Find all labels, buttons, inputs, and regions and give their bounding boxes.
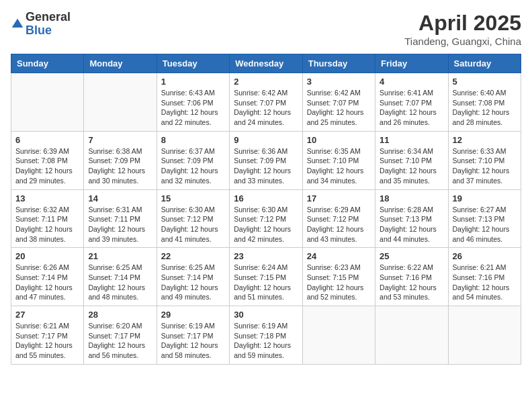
- day-number: 30: [234, 310, 298, 320]
- day-number: 27: [15, 310, 79, 320]
- calendar-week-row: 1Sunrise: 6:43 AM Sunset: 7:06 PM Daylig…: [11, 73, 521, 132]
- day-info: Sunrise: 6:29 AM Sunset: 7:12 PM Dayligh…: [307, 205, 371, 244]
- calendar-cell: 24Sunrise: 6:23 AM Sunset: 7:15 PM Dayli…: [302, 248, 375, 306]
- calendar-cell: 23Sunrise: 6:24 AM Sunset: 7:15 PM Dayli…: [230, 248, 302, 306]
- day-info: Sunrise: 6:19 AM Sunset: 7:17 PM Dayligh…: [161, 321, 225, 361]
- day-info: Sunrise: 6:39 AM Sunset: 7:08 PM Dayligh…: [15, 146, 79, 186]
- day-info: Sunrise: 6:34 AM Sunset: 7:10 PM Dayligh…: [380, 146, 443, 186]
- day-info: Sunrise: 6:31 AM Sunset: 7:11 PM Dayligh…: [88, 205, 152, 244]
- day-info: Sunrise: 6:38 AM Sunset: 7:09 PM Dayligh…: [88, 146, 152, 186]
- weekday-header: Tuesday: [157, 54, 229, 73]
- day-number: 23: [234, 251, 298, 261]
- calendar-cell: 3Sunrise: 6:42 AM Sunset: 7:07 PM Daylig…: [302, 73, 375, 132]
- day-info: Sunrise: 6:35 AM Sunset: 7:10 PM Dayligh…: [307, 146, 371, 186]
- calendar-cell: 21Sunrise: 6:25 AM Sunset: 7:14 PM Dayli…: [84, 248, 157, 306]
- day-info: Sunrise: 6:43 AM Sunset: 7:06 PM Dayligh…: [161, 88, 225, 128]
- day-info: Sunrise: 6:25 AM Sunset: 7:14 PM Dayligh…: [88, 263, 152, 302]
- day-info: Sunrise: 6:41 AM Sunset: 7:07 PM Dayligh…: [380, 88, 443, 128]
- calendar-cell: 26Sunrise: 6:21 AM Sunset: 7:16 PM Dayli…: [448, 248, 521, 306]
- calendar-cell: 16Sunrise: 6:30 AM Sunset: 7:12 PM Dayli…: [230, 189, 302, 248]
- logo-general: General: [26, 11, 71, 24]
- day-info: Sunrise: 6:27 AM Sunset: 7:13 PM Dayligh…: [453, 205, 517, 244]
- calendar-cell: 14Sunrise: 6:31 AM Sunset: 7:11 PM Dayli…: [84, 189, 157, 248]
- calendar-cell: 15Sunrise: 6:30 AM Sunset: 7:12 PM Dayli…: [157, 189, 229, 248]
- calendar-week-row: 20Sunrise: 6:26 AM Sunset: 7:14 PM Dayli…: [11, 248, 521, 306]
- calendar-cell: 2Sunrise: 6:42 AM Sunset: 7:07 PM Daylig…: [230, 73, 302, 132]
- day-number: 28: [88, 310, 152, 320]
- day-number: 20: [15, 251, 79, 261]
- logo-text: General Blue: [26, 11, 71, 38]
- calendar-cell: 17Sunrise: 6:29 AM Sunset: 7:12 PM Dayli…: [302, 189, 375, 248]
- day-number: 11: [380, 135, 443, 145]
- weekday-header: Saturday: [448, 54, 521, 73]
- calendar-cell: 19Sunrise: 6:27 AM Sunset: 7:13 PM Dayli…: [448, 189, 521, 248]
- page-header: General Blue April 2025 Tiandeng, Guangx…: [11, 11, 521, 47]
- day-info: Sunrise: 6:37 AM Sunset: 7:09 PM Dayligh…: [161, 146, 225, 186]
- day-number: 3: [307, 77, 371, 87]
- day-info: Sunrise: 6:42 AM Sunset: 7:07 PM Dayligh…: [234, 88, 298, 128]
- calendar-table: SundayMondayTuesdayWednesdayThursdayFrid…: [11, 54, 521, 365]
- calendar-cell: 4Sunrise: 6:41 AM Sunset: 7:07 PM Daylig…: [375, 73, 448, 132]
- calendar-week-row: 6Sunrise: 6:39 AM Sunset: 7:08 PM Daylig…: [11, 131, 521, 189]
- day-info: Sunrise: 6:32 AM Sunset: 7:11 PM Dayligh…: [15, 205, 79, 244]
- day-info: Sunrise: 6:30 AM Sunset: 7:12 PM Dayligh…: [161, 205, 225, 244]
- day-number: 2: [234, 77, 298, 87]
- day-info: Sunrise: 6:21 AM Sunset: 7:17 PM Dayligh…: [15, 321, 79, 361]
- day-number: 26: [453, 251, 517, 261]
- weekday-header: Monday: [84, 54, 157, 73]
- day-number: 29: [161, 310, 225, 320]
- calendar-cell: 9Sunrise: 6:36 AM Sunset: 7:09 PM Daylig…: [230, 131, 302, 189]
- day-number: 6: [15, 135, 79, 145]
- day-number: 24: [307, 251, 371, 261]
- day-number: 10: [307, 135, 371, 145]
- logo-icon: [11, 17, 24, 31]
- calendar-cell: 6Sunrise: 6:39 AM Sunset: 7:08 PM Daylig…: [11, 131, 84, 189]
- day-number: 15: [161, 193, 225, 203]
- day-info: Sunrise: 6:30 AM Sunset: 7:12 PM Dayligh…: [234, 205, 298, 244]
- day-number: 16: [234, 193, 298, 203]
- calendar-cell: 18Sunrise: 6:28 AM Sunset: 7:13 PM Dayli…: [375, 189, 448, 248]
- day-number: 22: [161, 251, 225, 261]
- day-info: Sunrise: 6:25 AM Sunset: 7:14 PM Dayligh…: [161, 263, 225, 302]
- day-number: 19: [453, 193, 517, 203]
- calendar-cell: 7Sunrise: 6:38 AM Sunset: 7:09 PM Daylig…: [84, 131, 157, 189]
- day-number: 14: [88, 193, 152, 203]
- day-info: Sunrise: 6:26 AM Sunset: 7:14 PM Dayligh…: [15, 263, 79, 302]
- day-number: 8: [161, 135, 225, 145]
- weekday-header: Friday: [375, 54, 448, 73]
- calendar-cell: 1Sunrise: 6:43 AM Sunset: 7:06 PM Daylig…: [157, 73, 229, 132]
- weekday-header: Wednesday: [230, 54, 302, 73]
- day-info: Sunrise: 6:23 AM Sunset: 7:15 PM Dayligh…: [307, 263, 371, 302]
- calendar-cell: 8Sunrise: 6:37 AM Sunset: 7:09 PM Daylig…: [157, 131, 229, 189]
- day-number: 12: [453, 135, 517, 145]
- day-number: 9: [234, 135, 298, 145]
- calendar-week-row: 27Sunrise: 6:21 AM Sunset: 7:17 PM Dayli…: [11, 306, 521, 365]
- calendar-cell: 13Sunrise: 6:32 AM Sunset: 7:11 PM Dayli…: [11, 189, 84, 248]
- calendar-cell: 20Sunrise: 6:26 AM Sunset: 7:14 PM Dayli…: [11, 248, 84, 306]
- day-number: 21: [88, 251, 152, 261]
- weekday-header: Sunday: [11, 54, 84, 73]
- weekday-header: Thursday: [302, 54, 375, 73]
- logo: General Blue: [11, 11, 71, 38]
- day-info: Sunrise: 6:20 AM Sunset: 7:17 PM Dayligh…: [88, 321, 152, 361]
- calendar-cell: 12Sunrise: 6:33 AM Sunset: 7:10 PM Dayli…: [448, 131, 521, 189]
- calendar-cell: 11Sunrise: 6:34 AM Sunset: 7:10 PM Dayli…: [375, 131, 448, 189]
- day-number: 5: [453, 77, 517, 87]
- calendar-cell: [84, 73, 157, 132]
- day-number: 4: [380, 77, 443, 87]
- day-info: Sunrise: 6:21 AM Sunset: 7:16 PM Dayligh…: [453, 263, 517, 302]
- day-info: Sunrise: 6:28 AM Sunset: 7:13 PM Dayligh…: [380, 205, 443, 244]
- calendar-cell: 27Sunrise: 6:21 AM Sunset: 7:17 PM Dayli…: [11, 306, 84, 365]
- calendar-cell: 30Sunrise: 6:19 AM Sunset: 7:18 PM Dayli…: [230, 306, 302, 365]
- day-number: 25: [380, 251, 443, 261]
- calendar-cell: 29Sunrise: 6:19 AM Sunset: 7:17 PM Dayli…: [157, 306, 229, 365]
- day-number: 7: [88, 135, 152, 145]
- calendar-cell: 22Sunrise: 6:25 AM Sunset: 7:14 PM Dayli…: [157, 248, 229, 306]
- logo-blue: Blue: [26, 24, 71, 38]
- day-number: 18: [380, 193, 443, 203]
- day-info: Sunrise: 6:19 AM Sunset: 7:18 PM Dayligh…: [234, 321, 298, 361]
- day-info: Sunrise: 6:24 AM Sunset: 7:15 PM Dayligh…: [234, 263, 298, 302]
- day-number: 13: [15, 193, 79, 203]
- svg-marker-0: [12, 18, 24, 27]
- day-number: 17: [307, 193, 371, 203]
